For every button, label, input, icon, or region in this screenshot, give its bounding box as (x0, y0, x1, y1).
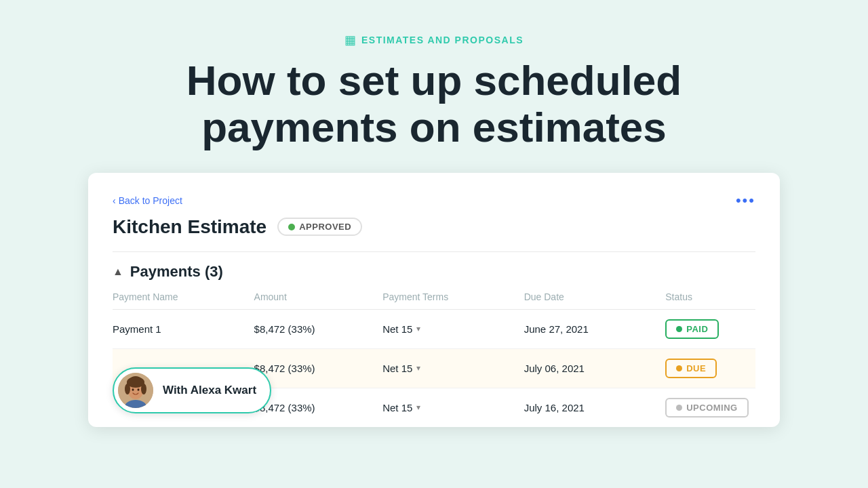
col-header-name: Payment Name (113, 291, 254, 310)
payment-terms: Net 15 ▾ (382, 309, 524, 348)
payment-date: July 16, 2021 (524, 388, 666, 427)
status-dot-icon (676, 405, 682, 411)
category-icon: ▦ (344, 33, 356, 47)
svg-point-4 (125, 384, 130, 394)
status-badge: UPCOMING (665, 398, 749, 418)
payment-status: DUE (665, 348, 755, 388)
net-select[interactable]: Net 15 ▾ (382, 363, 420, 374)
payment-name: Payment 1 (113, 309, 254, 348)
col-header-terms: Payment Terms (382, 291, 524, 310)
payment-date: July 06, 2021 (524, 348, 666, 388)
estimate-title: Kitchen Estimate (113, 216, 267, 238)
more-options-button[interactable]: ••• (736, 192, 755, 209)
payment-date: June 27, 2021 (524, 309, 666, 348)
payment-amount: $8,472 (33%) (254, 348, 383, 388)
approved-badge: APPROVED (277, 218, 362, 236)
payment-terms: Net 15 ▾ (382, 388, 524, 427)
col-header-amount: Amount (254, 291, 383, 310)
avatar (118, 373, 153, 408)
net-select[interactable]: Net 15 ▾ (382, 402, 420, 413)
svg-point-5 (141, 384, 146, 394)
payment-status: UPCOMING (665, 388, 755, 427)
page-title: How to set up scheduled payments on esti… (170, 57, 698, 151)
approved-dot-icon (288, 224, 295, 230)
category-label: ESTIMATES AND PROPOSALS (361, 35, 524, 45)
back-arrow-icon: ‹ (113, 195, 116, 206)
net-select[interactable]: Net 15 ▾ (382, 323, 420, 335)
svg-point-6 (132, 388, 134, 391)
payments-heading: ▲ Payments (3) (113, 263, 755, 281)
back-to-project-link[interactable]: ‹ Back to Project (113, 195, 182, 206)
status-dot-icon (676, 365, 682, 371)
presenter-name: With Alexa Kwart (163, 384, 256, 397)
payment-terms: Net 15 ▾ (382, 348, 524, 388)
dropdown-arrow-icon: ▾ (416, 363, 420, 373)
divider (113, 251, 755, 252)
col-header-date: Due Date (524, 291, 666, 310)
estimate-card: ‹ Back to Project ••• Kitchen Estimate A… (88, 173, 780, 427)
status-badge: DUE (665, 359, 717, 378)
payment-status: PAID (665, 309, 755, 348)
status-dot-icon (676, 326, 682, 332)
table-row: Payment 1 $8,472 (33%) Net 15 ▾ June 27,… (113, 309, 755, 348)
payment-amount: $8,472 (33%) (254, 388, 383, 427)
col-header-status: Status (665, 291, 755, 310)
dropdown-arrow-icon: ▾ (416, 403, 420, 412)
dropdown-arrow-icon: ▾ (416, 324, 420, 333)
svg-point-7 (138, 388, 140, 391)
payment-amount: $8,472 (33%) (254, 309, 383, 348)
status-badge: PAID (665, 319, 719, 339)
presenter-card: With Alexa Kwart (113, 367, 271, 413)
collapse-icon[interactable]: ▲ (113, 266, 123, 278)
